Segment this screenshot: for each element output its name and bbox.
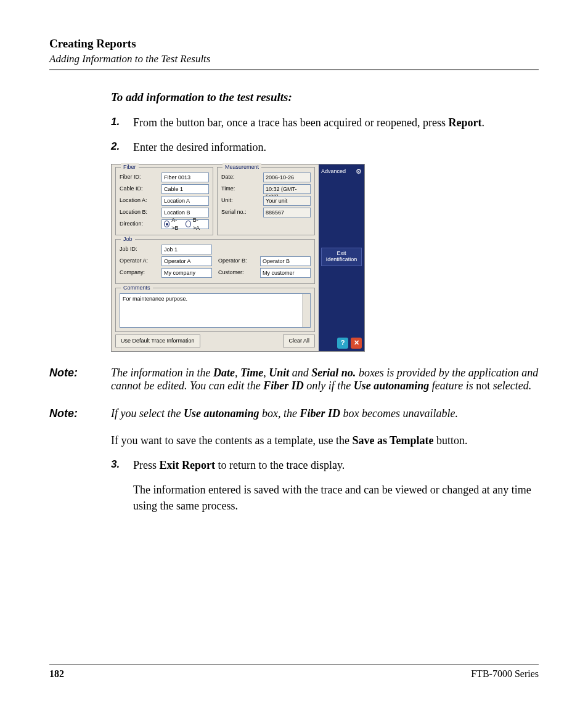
step-1-text-c: . — [482, 116, 485, 129]
screenshot: Fiber Fiber ID:Fiber 0013 Cable ID:Cable… — [111, 164, 365, 352]
date-label: Date: — [221, 173, 263, 181]
note-2-body: If you select the Use autonaming box, th… — [111, 407, 539, 420]
operator-b-input[interactable]: Operator B — [260, 256, 311, 266]
job-id-label: Job ID: — [120, 245, 161, 253]
time-label: Time: — [221, 185, 263, 193]
operator-b-label: Operator B: — [218, 257, 260, 265]
location-a-label: Location A: — [120, 197, 161, 205]
unit-value: Your unit — [263, 196, 311, 206]
fiber-id-input[interactable]: Fiber 0013 — [161, 172, 209, 182]
header-subsection: Adding Information to the Test Results — [49, 53, 539, 65]
header-section: Creating Reports — [49, 37, 539, 51]
unit-label: Unit: — [221, 197, 263, 205]
exit-identification-button[interactable]: Exit Identification — [321, 248, 362, 266]
note-2-label: Note: — [49, 407, 111, 420]
side-title: Advanced — [321, 168, 346, 176]
direction-ab-label: A->B — [171, 216, 181, 232]
step-3-text-c: to return to the trace display. — [215, 459, 345, 471]
step-1: 1. From the button bar, once a trace has… — [111, 115, 533, 131]
clear-all-button[interactable]: Clear All — [283, 335, 315, 347]
step-3-text-b: Exit Report — [160, 459, 215, 471]
series-label: FTB-7000 Series — [471, 668, 539, 680]
location-b-label: Location B: — [120, 208, 161, 216]
step-3-text-a: Press — [133, 459, 160, 471]
comments-text: For maintenance purpose. — [123, 296, 187, 302]
note-1-body: The information in the Date, Time, Unit … — [111, 367, 539, 392]
job-group: Job Job ID:Job 1 Operator A:Operator A C… — [115, 239, 315, 284]
direction-ba-radio[interactable]: B->A — [186, 216, 203, 232]
note-1-label: Note: — [49, 367, 111, 392]
step-2-text: Enter the desired information. — [133, 141, 266, 153]
help-icon[interactable]: ? — [337, 338, 348, 349]
job-legend: Job — [121, 235, 135, 243]
comments-legend: Comments — [121, 284, 153, 292]
direction-ab-radio[interactable]: A->B — [164, 216, 182, 232]
saved-paragraph: The information entered is saved with th… — [133, 482, 533, 514]
header-rule — [49, 69, 539, 70]
procedure-heading: To add information to the test results: — [111, 89, 533, 106]
time-value: 10:32 (GMT-5:00) — [263, 184, 311, 194]
comments-textarea[interactable]: For maintenance purpose. — [120, 293, 311, 328]
direction-ba-label: B->A — [193, 216, 203, 232]
step-2-number: 2. — [111, 139, 120, 155]
location-a-input[interactable]: Location A — [161, 196, 209, 206]
comments-group: Comments For maintenance purpose. — [115, 288, 315, 332]
step-1-text-b: Report — [449, 116, 482, 129]
customer-input[interactable]: My customer — [260, 268, 311, 278]
step-2: 2. Enter the desired information. — [111, 139, 533, 155]
comments-scrollbar[interactable] — [302, 294, 310, 327]
use-default-button[interactable]: Use Default Trace Information — [115, 335, 200, 347]
footer-rule — [49, 664, 539, 665]
step-1-text-a: From the button bar, once a trace has be… — [133, 116, 449, 129]
operator-a-label: Operator A: — [120, 257, 161, 265]
cable-id-label: Cable ID: — [120, 185, 161, 193]
close-icon[interactable]: ✕ — [351, 338, 362, 349]
step-3-number: 3. — [111, 457, 120, 473]
step-3: 3. Press Exit Report to return to the tr… — [111, 457, 533, 473]
page-number: 182 — [49, 668, 64, 680]
fiber-legend: Fiber — [121, 163, 139, 171]
cable-id-input[interactable]: Cable 1 — [161, 184, 209, 194]
step-1-number: 1. — [111, 115, 120, 130]
job-id-input[interactable]: Job 1 — [161, 245, 212, 254]
direction-label: Direction: — [120, 220, 161, 228]
serial-value: 886567 — [263, 208, 311, 217]
operator-a-input[interactable]: Operator A — [161, 256, 212, 266]
date-value: 2006-10-26 — [263, 172, 311, 182]
company-label: Company: — [120, 269, 161, 277]
template-paragraph: If you want to save the contents as a te… — [111, 432, 533, 448]
company-input[interactable]: My company — [161, 268, 212, 278]
fiber-group: Fiber Fiber ID:Fiber 0013 Cable ID:Cable… — [115, 167, 213, 235]
fiber-id-label: Fiber ID: — [120, 173, 161, 181]
customer-label: Customer: — [218, 269, 260, 277]
gear-icon[interactable]: ⚙ — [356, 167, 362, 177]
serial-label: Serial no.: — [221, 208, 263, 216]
measurement-legend: Measurement — [223, 163, 261, 171]
measurement-group: Measurement Date:2006-10-26 Time:10:32 (… — [217, 167, 315, 235]
